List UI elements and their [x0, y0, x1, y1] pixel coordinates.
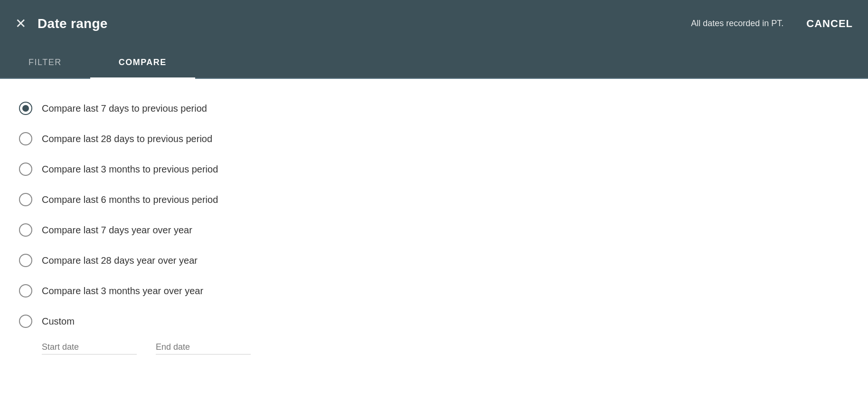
compare-option-1[interactable]: Compare last 7 days to previous period: [19, 93, 849, 124]
compare-option-4[interactable]: Compare last 6 months to previous period: [19, 184, 849, 215]
radio-input-7[interactable]: [19, 284, 32, 297]
compare-option-8-custom[interactable]: Custom: [19, 306, 849, 336]
tab-filter[interactable]: FILTER: [0, 47, 90, 78]
compare-option-5[interactable]: Compare last 7 days year over year: [19, 215, 849, 245]
header: ✕ Date range All dates recorded in PT. C…: [0, 0, 868, 47]
radio-input-5[interactable]: [19, 223, 32, 237]
radio-input-3[interactable]: [19, 163, 32, 176]
custom-date-inputs: [42, 340, 849, 355]
compare-option-5-label: Compare last 7 days year over year: [42, 224, 192, 236]
radio-input-2[interactable]: [19, 132, 32, 145]
compare-radio-group: Compare last 7 days to previous period C…: [19, 93, 849, 355]
compare-option-6-label: Compare last 28 days year over year: [42, 254, 198, 267]
end-date-input[interactable]: [156, 340, 251, 355]
compare-option-7-label: Compare last 3 months year over year: [42, 285, 203, 297]
radio-input-6[interactable]: [19, 254, 32, 267]
header-right: All dates recorded in PT. CANCEL: [691, 18, 853, 30]
compare-option-3[interactable]: Compare last 3 months to previous period: [19, 154, 849, 184]
compare-option-3-label: Compare last 3 months to previous period: [42, 163, 218, 175]
tab-bar: FILTER COMPARE: [0, 47, 868, 79]
close-icon[interactable]: ✕: [15, 17, 26, 30]
compare-option-8-label: Custom: [42, 315, 75, 327]
radio-input-4[interactable]: [19, 193, 32, 206]
compare-option-2[interactable]: Compare last 28 days to previous period: [19, 124, 849, 154]
timezone-note: All dates recorded in PT.: [691, 19, 783, 29]
cancel-button[interactable]: CANCEL: [806, 18, 853, 30]
radio-input-8[interactable]: [19, 315, 32, 328]
tab-compare[interactable]: COMPARE: [90, 47, 195, 78]
start-date-input[interactable]: [42, 340, 137, 355]
compare-option-1-label: Compare last 7 days to previous period: [42, 102, 207, 115]
compare-option-2-label: Compare last 28 days to previous period: [42, 133, 212, 145]
page-title: Date range: [38, 16, 108, 31]
compare-option-6[interactable]: Compare last 28 days year over year: [19, 245, 849, 276]
radio-input-1[interactable]: [19, 102, 32, 115]
main-content: Compare last 7 days to previous period C…: [0, 79, 868, 369]
compare-option-7[interactable]: Compare last 3 months year over year: [19, 276, 849, 306]
compare-option-4-label: Compare last 6 months to previous period: [42, 193, 218, 206]
